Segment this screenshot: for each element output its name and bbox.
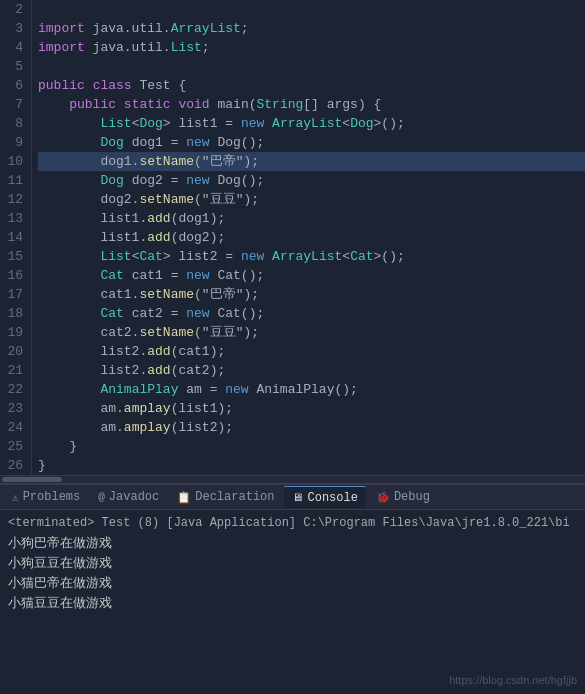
tab-problems[interactable]: ⚠️Problems [4,486,88,508]
console-output: 小狗巴帝在做游戏小狗豆豆在做游戏小猫巴帝在做游戏小猫豆豆在做游戏 [8,534,577,614]
code-line [38,57,585,76]
code-content[interactable]: import java.util.ArrayList;import java.u… [32,0,585,475]
code-line: cat1.setName("巴帝"); [38,285,585,304]
console-terminated-line: <terminated> Test (8) [Java Application]… [8,514,577,532]
tab-bar: ⚠️Problems@Javadoc📋Declaration🖥Console🐞D… [0,484,585,510]
problems-tab-icon: ⚠️ [12,491,19,504]
bottom-panel: ⚠️Problems@Javadoc📋Declaration🖥Console🐞D… [0,484,585,694]
code-line [38,0,585,19]
code-line: am.amplay(list2); [38,418,585,437]
debug-tab-icon: 🐞 [376,491,390,504]
code-line: List<Dog> list1 = new ArrayList<Dog>(); [38,114,585,133]
horizontal-scrollbar[interactable] [0,475,585,483]
code-line: public static void main(String[] args) { [38,95,585,114]
code-line: AnimalPlay am = new AnimalPlay(); [38,380,585,399]
code-line: Cat cat2 = new Cat(); [38,304,585,323]
problems-tab-label: Problems [23,490,81,504]
declaration-tab-label: Declaration [195,490,274,504]
code-line: list1.add(dog1); [38,209,585,228]
tab-declaration[interactable]: 📋Declaration [169,486,282,508]
code-line: Cat cat1 = new Cat(); [38,266,585,285]
code-line: dog2.setName("豆豆"); [38,190,585,209]
code-line: dog1.setName("巴帝"); [38,152,585,171]
code-line: list2.add(cat2); [38,361,585,380]
console-tab-label: Console [307,491,357,505]
console-panel: <terminated> Test (8) [Java Application]… [0,510,585,694]
tab-javadoc[interactable]: @Javadoc [90,486,167,508]
code-line: list1.add(dog2); [38,228,585,247]
console-output-line: 小狗豆豆在做游戏 [8,554,577,574]
tab-debug[interactable]: 🐞Debug [368,486,438,508]
javadoc-tab-icon: @ [98,491,105,503]
console-output-line: 小狗巴帝在做游戏 [8,534,577,554]
code-line: Dog dog2 = new Dog(); [38,171,585,190]
code-line: } [38,456,585,475]
declaration-tab-icon: 📋 [177,491,191,504]
code-line: am.amplay(list1); [38,399,585,418]
debug-tab-label: Debug [394,490,430,504]
console-output-line: 小猫巴帝在做游戏 [8,574,577,594]
code-line: import java.util.List; [38,38,585,57]
code-line: Dog dog1 = new Dog(); [38,133,585,152]
watermark: https://blog.csdn.net/hgfjjb [449,674,577,686]
console-output-line: 小猫豆豆在做游戏 [8,594,577,614]
console-tab-icon: 🖥 [292,491,303,504]
javadoc-tab-label: Javadoc [109,490,159,504]
code-editor: 2345678910111213141516171819202122232425… [0,0,585,484]
code-line: import java.util.ArrayList; [38,19,585,38]
scrollbar-thumb[interactable] [2,477,62,482]
line-number-gutter: 2345678910111213141516171819202122232425… [0,0,32,475]
code-line: public class Test { [38,76,585,95]
code-line: cat2.setName("豆豆"); [38,323,585,342]
tab-console[interactable]: 🖥Console [284,486,365,508]
code-line: } [38,437,585,456]
code-line: List<Cat> list2 = new ArrayList<Cat>(); [38,247,585,266]
code-line: list2.add(cat1); [38,342,585,361]
